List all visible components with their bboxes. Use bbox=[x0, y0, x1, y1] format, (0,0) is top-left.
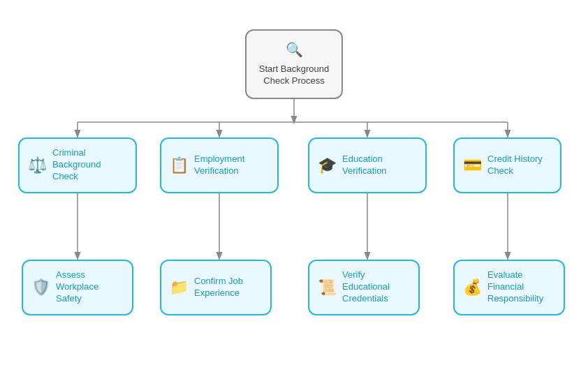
assess-label: Assess Workplace Safety bbox=[56, 269, 124, 305]
assess-icon: 🛡️ bbox=[31, 278, 50, 297]
verify-label: Verify Educational Credentials bbox=[342, 269, 410, 305]
credit-node: 💳 Credit History Check bbox=[453, 137, 561, 193]
employment-label: Employment Verification bbox=[194, 154, 269, 177]
root-node: 🔍 Start Background Check Process bbox=[245, 29, 343, 99]
assess-node: 🛡️ Assess Workplace Safety bbox=[22, 260, 133, 315]
confirm-node: 📁 Confirm Job Experience bbox=[160, 260, 272, 315]
evaluate-label: Evaluate Financial Responsibility bbox=[487, 269, 555, 305]
verify-icon: 📜 bbox=[318, 278, 337, 297]
evaluate-icon: 💰 bbox=[463, 278, 482, 297]
employment-node: 📋 Employment Verification bbox=[160, 137, 279, 193]
root-icon: 🔍 bbox=[286, 41, 303, 58]
diagram-container: 🔍 Start Background Check Process ⚖️ Crim… bbox=[8, 8, 580, 357]
evaluate-node: 💰 Evaluate Financial Responsibility bbox=[453, 260, 565, 315]
credit-icon: 💳 bbox=[463, 156, 482, 174]
credit-label: Credit History Check bbox=[487, 154, 552, 177]
criminal-node: ⚖️ Criminal Background Check bbox=[18, 137, 137, 193]
education-label: Education Verification bbox=[342, 154, 417, 177]
employment-icon: 📋 bbox=[170, 156, 189, 174]
confirm-icon: 📁 bbox=[170, 278, 189, 297]
criminal-icon: ⚖️ bbox=[28, 156, 47, 174]
verify-node: 📜 Verify Educational Credentials bbox=[308, 260, 420, 315]
education-node: 🎓 Education Verification bbox=[308, 137, 427, 193]
root-label: Start Background Check Process bbox=[255, 64, 333, 87]
education-icon: 🎓 bbox=[318, 156, 337, 174]
criminal-label: Criminal Background Check bbox=[52, 147, 127, 183]
confirm-label: Confirm Job Experience bbox=[194, 276, 262, 299]
